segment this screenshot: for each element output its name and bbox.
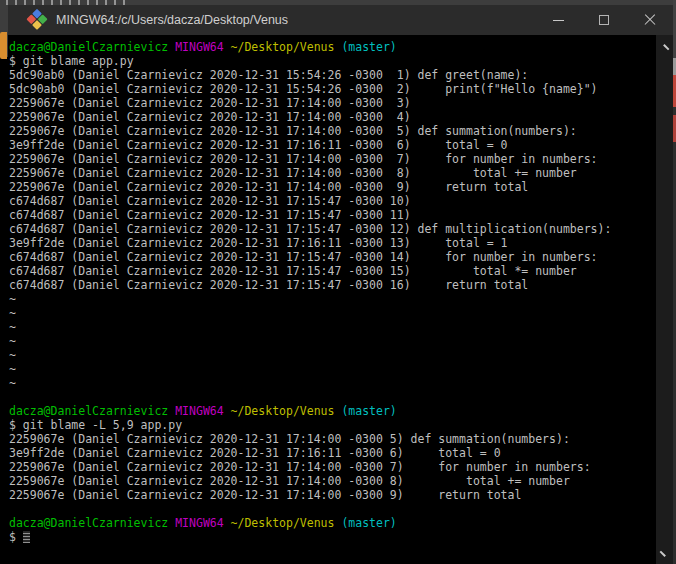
terminal-text-segment	[224, 40, 231, 54]
tilde-line: ~	[9, 362, 656, 376]
blame-line: 2259067e (Daniel Czarnievicz 2020-12-31 …	[9, 460, 656, 474]
terminal-text-segment: c674d687 (Daniel Czarnievicz 2020-12-31 …	[9, 264, 577, 278]
prompt-line: dacza@DanielCzarnievicz MINGW64 ~/Deskto…	[9, 404, 656, 418]
blame-line: c674d687 (Daniel Czarnievicz 2020-12-31 …	[9, 278, 656, 292]
command-line: $ git blame -L 5,9 app.py	[9, 418, 656, 432]
terminal-text-segment	[224, 516, 231, 530]
terminal-text-segment: c674d687 (Daniel Czarnievicz 2020-12-31 …	[9, 194, 411, 208]
terminal-text-segment: 5dc90ab0 (Daniel Czarnievicz 2020-12-31 …	[9, 82, 598, 96]
terminal-text-segment: 3e9ff2de (Daniel Czarnievicz 2020-12-31 …	[9, 236, 508, 250]
scroll-up-button[interactable]	[656, 39, 673, 55]
blank-line	[9, 502, 656, 516]
terminal-text-segment: $ git blame app.py	[9, 54, 134, 68]
background-app-icon	[0, 32, 7, 59]
terminal-text-segment: MINGW64	[175, 40, 223, 54]
terminal-text-segment: 3e9ff2de (Daniel Czarnievicz 2020-12-31 …	[9, 446, 501, 460]
blame-line: 5dc90ab0 (Daniel Czarnievicz 2020-12-31 …	[9, 68, 656, 82]
scroll-down-button[interactable]	[656, 545, 673, 561]
close-icon	[644, 14, 656, 26]
caption-buttons	[535, 5, 673, 35]
terminal-text-segment: dacza@DanielCzarnievicz	[9, 40, 168, 54]
terminal-text-segment: ~	[9, 320, 16, 334]
blame-line: c674d687 (Daniel Czarnievicz 2020-12-31 …	[9, 222, 656, 236]
terminal-text-segment: 2259067e (Daniel Czarnievicz 2020-12-31 …	[9, 152, 598, 166]
background-window-sliver-left	[0, 5, 8, 57]
terminal-output[interactable]: dacza@DanielCzarnievicz MINGW64 ~/Deskto…	[8, 35, 656, 564]
blame-line: 2259067e (Daniel Czarnievicz 2020-12-31 …	[9, 180, 656, 194]
terminal-text-segment: 2259067e (Daniel Czarnievicz 2020-12-31 …	[9, 96, 411, 110]
blame-line: c674d687 (Daniel Czarnievicz 2020-12-31 …	[9, 264, 656, 278]
terminal-text-segment: dacza@DanielCzarnievicz	[9, 404, 168, 418]
terminal-text-segment	[224, 404, 231, 418]
terminal-text-segment: 2259067e (Daniel Czarnievicz 2020-12-31 …	[9, 488, 521, 502]
terminal-text-segment: c674d687 (Daniel Czarnievicz 2020-12-31 …	[9, 222, 611, 236]
blame-line: c674d687 (Daniel Czarnievicz 2020-12-31 …	[9, 194, 656, 208]
prompt-line: dacza@DanielCzarnievicz MINGW64 ~/Deskto…	[9, 40, 656, 54]
minimize-icon	[553, 20, 564, 21]
blame-line: 2259067e (Daniel Czarnievicz 2020-12-31 …	[9, 96, 656, 110]
blame-line: c674d687 (Daniel Czarnievicz 2020-12-31 …	[9, 208, 656, 222]
blame-line: 2259067e (Daniel Czarnievicz 2020-12-31 …	[9, 474, 656, 488]
terminal-text-segment: 3e9ff2de (Daniel Czarnievicz 2020-12-31 …	[9, 138, 508, 152]
terminal-text-segment: MINGW64	[175, 516, 223, 530]
tilde-line: ~	[9, 292, 656, 306]
chevron-up-icon	[660, 43, 670, 53]
tilde-line: ~	[9, 334, 656, 348]
terminal-text-segment: ~	[9, 348, 16, 362]
terminal-text-segment: (master)	[341, 404, 396, 418]
terminal-text-segment: 2259067e (Daniel Czarnievicz 2020-12-31 …	[9, 474, 570, 488]
terminal-text-segment: $	[9, 530, 23, 544]
terminal-text-segment: ~/Desktop/Venus	[231, 516, 335, 530]
terminal-text-segment: c674d687 (Daniel Czarnievicz 2020-12-31 …	[9, 208, 411, 222]
terminal-text-segment: ~	[9, 362, 16, 376]
terminal-text-segment: ~	[9, 334, 16, 348]
terminal-text-segment: ~	[9, 376, 16, 390]
terminal-text-segment: 2259067e (Daniel Czarnievicz 2020-12-31 …	[9, 180, 528, 194]
window-title: MINGW64:/c/Users/dacza/Desktop/Venus	[56, 13, 288, 27]
terminal-text-segment: 2259067e (Daniel Czarnievicz 2020-12-31 …	[9, 166, 577, 180]
terminal-text-segment: (master)	[341, 516, 396, 530]
blame-line: 2259067e (Daniel Czarnievicz 2020-12-31 …	[9, 432, 656, 446]
blame-line: c674d687 (Daniel Czarnievicz 2020-12-31 …	[9, 250, 656, 264]
terminal-text-segment: dacza@DanielCzarnievicz	[9, 516, 168, 530]
blame-line: 2259067e (Daniel Czarnievicz 2020-12-31 …	[9, 166, 656, 180]
git-for-windows-icon	[27, 10, 47, 30]
terminal-text-segment: 2259067e (Daniel Czarnievicz 2020-12-31 …	[9, 110, 411, 124]
prompt-line: dacza@DanielCzarnievicz MINGW64 ~/Deskto…	[9, 516, 656, 530]
terminal-text-segment: $ git blame -L 5,9 app.py	[9, 418, 182, 432]
blame-line: 3e9ff2de (Daniel Czarnievicz 2020-12-31 …	[9, 446, 656, 460]
blame-line: 2259067e (Daniel Czarnievicz 2020-12-31 …	[9, 110, 656, 124]
terminal-text-segment: 2259067e (Daniel Czarnievicz 2020-12-31 …	[9, 460, 591, 474]
terminal-text-segment: ~	[9, 292, 16, 306]
tilde-line: ~	[9, 376, 656, 390]
maximize-icon	[599, 15, 609, 25]
blame-line: 2259067e (Daniel Czarnievicz 2020-12-31 …	[9, 488, 656, 502]
terminal-text-segment: c674d687 (Daniel Czarnievicz 2020-12-31 …	[9, 250, 598, 264]
close-button[interactable]	[627, 5, 673, 35]
terminal-text-segment: ~/Desktop/Venus	[231, 40, 335, 54]
terminal-text-segment: 2259067e (Daniel Czarnievicz 2020-12-31 …	[9, 124, 577, 138]
text-cursor	[23, 531, 30, 543]
tilde-line: ~	[9, 306, 656, 320]
terminal-text-segment: ~/Desktop/Venus	[231, 404, 335, 418]
terminal-text-segment: c674d687 (Daniel Czarnievicz 2020-12-31 …	[9, 278, 528, 292]
maximize-button[interactable]	[581, 5, 627, 35]
blame-line: 2259067e (Daniel Czarnievicz 2020-12-31 …	[9, 152, 656, 166]
terminal-text-segment: (master)	[341, 40, 396, 54]
command-line: $ git blame app.py	[9, 54, 656, 68]
minimize-button[interactable]	[535, 5, 581, 35]
mintty-window: MINGW64:/c/Users/dacza/Desktop/Venus dac…	[8, 5, 673, 564]
title-bar: MINGW64:/c/Users/dacza/Desktop/Venus	[8, 5, 673, 35]
terminal-text-segment: 5dc90ab0 (Daniel Czarnievicz 2020-12-31 …	[9, 68, 528, 82]
chevron-down-icon	[660, 547, 670, 557]
blame-line: 3e9ff2de (Daniel Czarnievicz 2020-12-31 …	[9, 138, 656, 152]
blame-line: 5dc90ab0 (Daniel Czarnievicz 2020-12-31 …	[9, 82, 656, 96]
blank-line	[9, 390, 656, 404]
terminal-text-segment: ~	[9, 306, 16, 320]
tilde-line: ~	[9, 348, 656, 362]
terminal-text-segment: 2259067e (Daniel Czarnievicz 2020-12-31 …	[9, 432, 570, 446]
scrollbar[interactable]	[656, 35, 673, 564]
command-line: $	[9, 530, 656, 544]
terminal-text-segment: MINGW64	[175, 404, 223, 418]
blame-line: 2259067e (Daniel Czarnievicz 2020-12-31 …	[9, 124, 656, 138]
